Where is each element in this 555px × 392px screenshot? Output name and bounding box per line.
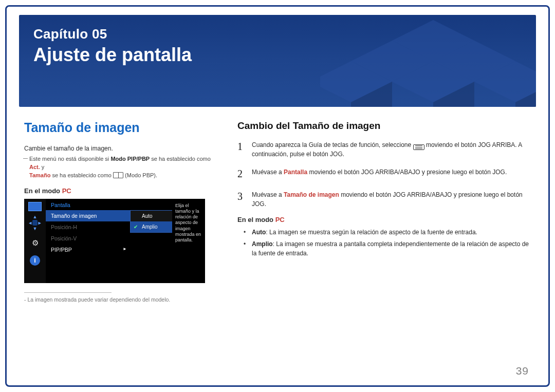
osd-item-selected: Tamaño de imagen <box>46 210 130 221</box>
step-number: 3 <box>237 189 245 209</box>
list-item: Auto: La imagen se muestra según la rela… <box>247 228 531 237</box>
list-item: Amplio: La imagen se muestra a pantalla … <box>247 239 531 258</box>
step-number: 1 <box>237 139 245 159</box>
step-number: 2 <box>237 166 245 181</box>
mode-header-right: En el modo PC <box>237 216 531 223</box>
footnote-text: - La imagen mostrada puede variar depend… <box>24 296 222 304</box>
mode-header-left: En el modo PC <box>24 187 222 195</box>
footnote-divider <box>24 292 112 293</box>
osd-screenshot: ▲ ◄► ▼ ⚙ i Pantalla Tamaño de imagen Pos… <box>24 199 205 283</box>
gear-icon: ⚙ <box>29 237 41 249</box>
monitor-icon <box>28 202 42 211</box>
info-icon: i <box>30 255 40 266</box>
step-1: 1 Cuando aparezca la Guía de teclas de f… <box>237 139 531 159</box>
subsection-heading: Cambio del Tamaño de imagen <box>237 120 531 132</box>
intro-text: Cambie el tamaño de la imagen. <box>24 144 222 153</box>
note-text: Este menú no está disponible si Modo PIP… <box>24 155 222 179</box>
osd-item: Posición-V <box>46 233 130 244</box>
osd-menu-title: Pantalla <box>46 199 130 210</box>
osd-sidebar: ▲ ◄► ▼ ⚙ i <box>24 199 46 283</box>
osd-item: Posición-H <box>46 221 130 233</box>
page-number: 39 <box>516 365 529 377</box>
page-frame: Capítulo 05 Ajuste de pantalla Tamaño de… <box>5 5 550 387</box>
section-heading: Tamaño de imagen <box>24 120 222 135</box>
options-list: Auto: La imagen se muestra según la rela… <box>237 228 531 258</box>
hero-decoration <box>320 15 536 107</box>
osd-item: PIP/PBP <box>46 244 130 255</box>
dpad-icon: ▲ ◄► ▼ <box>28 214 42 232</box>
step-3: 3 Muévase a Tamaño de imagen moviendo el… <box>237 189 531 209</box>
osd-menu: Pantalla Tamaño de imagen Posición-H Pos… <box>46 199 130 283</box>
chapter-hero: Capítulo 05 Ajuste de pantalla <box>19 15 536 107</box>
step-2: 2 Muévase a Pantalla moviendo el botón J… <box>237 166 531 181</box>
pbp-mode-icon <box>113 172 123 178</box>
menu-icon <box>413 144 424 150</box>
osd-description: Elija el tamaño y la relación de aspecto… <box>172 199 205 283</box>
